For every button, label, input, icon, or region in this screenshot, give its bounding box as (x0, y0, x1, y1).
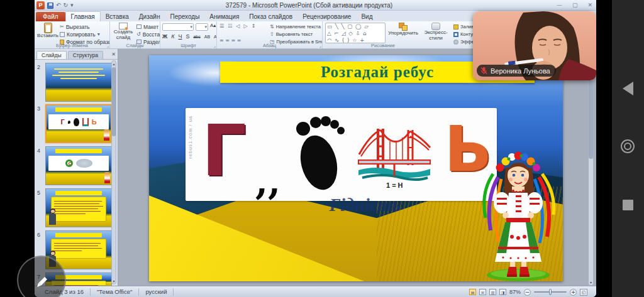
zoom-slider[interactable] (534, 291, 567, 293)
slide-thumbnail-4[interactable] (45, 146, 112, 185)
panel-close-icon[interactable]: ✕ (111, 51, 116, 57)
arrange-icon (399, 23, 408, 31)
layout-icon (136, 24, 142, 29)
tab-home[interactable]: Главная (65, 11, 101, 21)
fit-to-window-button[interactable]: ◱ (580, 289, 587, 296)
save-icon[interactable] (47, 3, 53, 9)
scrollbar-thumb[interactable] (112, 67, 116, 136)
text-direction-button[interactable]: ⇅ Направление текста (270, 23, 321, 30)
zoom-slider-knob[interactable] (549, 289, 552, 295)
bold-button[interactable]: Ж (162, 33, 168, 40)
group-drawing: ▭ ╲ ╲ ▢ ◯ ▱ △ ⌐ ◿ ◇ ⇩ ⌂ ◠ ∿ ( ) ☆ + Упор… (323, 21, 481, 48)
new-slide-icon (119, 23, 128, 30)
font-dialog-launcher[interactable]: ⌟ (214, 43, 216, 48)
zoom-in-button[interactable]: + (570, 289, 577, 296)
android-home-icon[interactable] (621, 139, 635, 153)
scroll-down-icon[interactable]: ▾ (589, 280, 593, 284)
shapes-row-1[interactable]: ▭ ╲ ╲ ▢ ◯ ▱ (327, 23, 384, 30)
tab-slides-thumbnails[interactable]: Слайды (36, 51, 67, 59)
copy-icon (60, 32, 65, 37)
minimize-icon[interactable]: — (557, 1, 562, 9)
strikethrough-button[interactable]: abc (192, 35, 201, 39)
clipboard-dialog-launcher[interactable]: ⌟ (107, 43, 109, 48)
tab-review[interactable]: Рецензирование (297, 12, 356, 21)
tab-transitions[interactable]: Переходы (165, 12, 204, 21)
layout-button[interactable]: Макет (136, 23, 158, 30)
theme-name[interactable]: "Тема Office" (91, 288, 139, 296)
android-recents-icon[interactable] (623, 200, 633, 210)
new-slide-button[interactable]: Создать слайд (111, 23, 135, 41)
slide-number: 4 (37, 148, 40, 154)
scroll-up-icon[interactable]: ▴ (112, 62, 116, 66)
paste-icon (44, 23, 52, 33)
tab-outline[interactable]: Структура (68, 51, 103, 59)
close-icon[interactable]: ✕ (587, 1, 592, 9)
slide-area-scrollbar[interactable]: ▴ ▾ (588, 49, 594, 286)
maximize-icon[interactable]: ▢ (572, 1, 578, 9)
slideshow-view-button[interactable]: ◨ (499, 289, 506, 295)
webcam-overlay[interactable]: Вероника Луньова (473, 11, 596, 80)
tab-design[interactable]: Дизайн (134, 12, 165, 21)
participant-name-tag: Вероника Луньова (477, 65, 556, 77)
powerpoint-logo-icon[interactable]: P (36, 1, 45, 9)
slide-thumbnail-2[interactable] (45, 63, 112, 102)
undo-icon[interactable]: ↶ (56, 1, 61, 9)
shadow-button[interactable]: S (185, 33, 190, 40)
increase-indent-icon[interactable]: ▷ (244, 23, 248, 30)
redo-icon[interactable]: ↻ (64, 1, 69, 9)
slides-group-label: Слайды (110, 43, 160, 48)
font-size-select[interactable]: ▾ (196, 23, 208, 31)
numbering-icon[interactable]: ☷ (228, 23, 232, 30)
grow-font-button[interactable]: А▴ (209, 23, 216, 28)
zoom-level[interactable]: 87% (509, 289, 521, 295)
cut-icon: ✂ (60, 24, 64, 30)
android-back-icon[interactable] (623, 82, 633, 95)
slide-editing-area[interactable]: Розгадай ребус rebus1.com / ua Г ,, (118, 49, 596, 286)
shape-outline-icon (453, 32, 458, 37)
copy-button[interactable]: Копировать ▾ (60, 31, 100, 38)
tab-animations[interactable]: Анимация (204, 12, 244, 21)
underline-button[interactable]: Ч (177, 33, 182, 40)
language-indicator[interactable]: русский (139, 288, 174, 296)
slide-number: 5 (37, 190, 40, 196)
slides-panel-scrollbar[interactable]: ▴ ▾ (111, 60, 116, 284)
slide-thumbnail-3-selected[interactable]: Г Ь (45, 104, 112, 143)
participant-name: Вероника Луньова (491, 67, 550, 75)
tab-file[interactable]: Файл (36, 12, 65, 21)
scroll-down-icon[interactable]: ▾ (112, 279, 116, 283)
reset-button[interactable]: ↺ Восстановить (136, 31, 160, 38)
slide-canvas[interactable]: Розгадай ребус rebus1.com / ua Г ,, (149, 55, 563, 281)
android-nav-bar (612, 0, 644, 297)
paragraph-dialog-launcher[interactable]: ⌟ (319, 43, 321, 48)
group-clipboard: Вставить ✂ Вырезать Копировать ▾ Формат … (35, 21, 110, 48)
slide-thumbnail-5[interactable] (45, 188, 112, 227)
zoom-out-button[interactable]: − (524, 289, 531, 296)
line-spacing-icon[interactable]: ↕ (252, 23, 256, 30)
group-slides: Создать слайд Макет ↺ Восстановить Разде… (110, 21, 160, 48)
tab-view[interactable]: Вид (356, 12, 377, 21)
char-spacing-button[interactable]: АВ (204, 35, 211, 39)
tab-slideshow[interactable]: Показ слайдов (244, 12, 297, 21)
arrange-button[interactable]: Упорядочить (388, 23, 418, 36)
slide-sorter-view-button[interactable]: ⊞ (479, 289, 486, 295)
cut-button[interactable]: ✂ Вырезать (60, 23, 90, 30)
slide-number: 6 (37, 232, 40, 238)
shapes-gallery[interactable]: ▭ ╲ ╲ ▢ ◯ ▱ △ ⌐ ◿ ◇ ⇩ ⌂ ◠ ∿ ( ) ☆ + (325, 23, 386, 43)
title-bar: P ↶ ↻ ▾ 372579 - Microsoft PowerPoint (С… (35, 0, 596, 11)
decrease-indent-icon[interactable]: ◁ (236, 23, 240, 30)
qat-dropdown-icon[interactable]: ▾ (70, 1, 74, 9)
bullets-icon[interactable]: ☰ (219, 23, 224, 30)
rebus-answer: Гідність (292, 195, 437, 215)
shapes-row-2[interactable]: △ ⌐ ◿ ◇ ⇩ ⌂ (327, 30, 384, 37)
align-text-button[interactable]: ⇧ Выровнять текст (270, 31, 313, 38)
slide-number: 3 (37, 105, 40, 112)
italic-button[interactable]: К (170, 33, 175, 40)
quick-styles-button[interactable]: Экспресс-стили (419, 23, 452, 41)
tab-insert[interactable]: Вставка (101, 12, 134, 21)
normal-view-button[interactable]: ▤ (469, 289, 476, 295)
paste-button[interactable]: Вставить (38, 23, 58, 39)
font-name-select[interactable]: ▾ (162, 23, 194, 31)
group-font: ▾ ▾ А▴ Ж К Ч S abc АВ Аа А Шрифт ⌟ (160, 21, 217, 48)
reading-view-button[interactable]: ▥ (489, 289, 496, 295)
rebus-image[interactable]: rebus1.com / ua Г ,, (186, 108, 497, 201)
